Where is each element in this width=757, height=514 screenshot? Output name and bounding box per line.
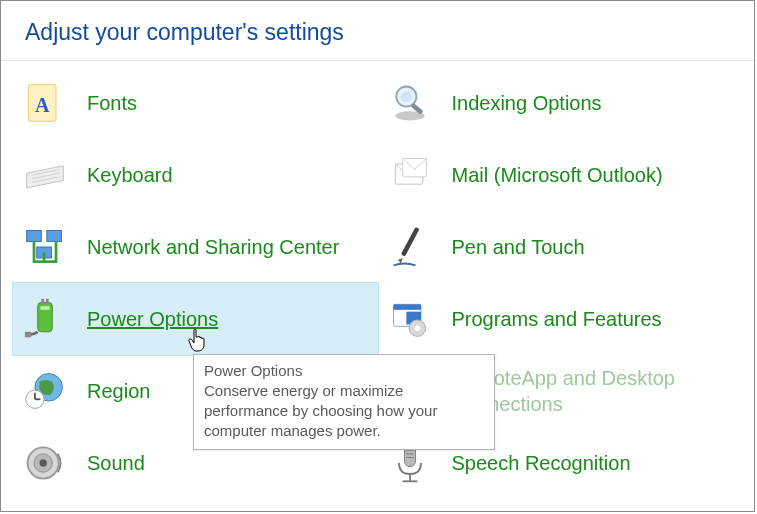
svg-text:A: A <box>35 94 50 116</box>
item-power-options[interactable]: Power Options <box>13 283 378 355</box>
keyboard-icon <box>21 151 69 199</box>
svg-point-4 <box>400 91 411 102</box>
tooltip-title: Power Options <box>204 361 484 381</box>
item-label: Fonts <box>87 90 137 116</box>
item-keyboard[interactable]: Keyboard <box>13 139 378 211</box>
item-label: Programs and Features <box>452 306 662 332</box>
item-network-sharing-center[interactable]: Network and Sharing Center <box>13 211 378 283</box>
item-label: Region <box>87 378 150 404</box>
item-label: Indexing Options <box>452 90 602 116</box>
item-label: Network and Sharing Center <box>87 234 339 260</box>
programs-icon <box>386 295 434 343</box>
network-icon <box>21 223 69 271</box>
svg-rect-13 <box>47 231 62 242</box>
item-label: Power Options <box>87 306 218 332</box>
item-label: Mail (Microsoft Outlook) <box>452 162 663 188</box>
item-programs-and-features[interactable]: Programs and Features <box>378 283 743 355</box>
fonts-icon: A <box>21 79 69 127</box>
svg-rect-20 <box>40 306 49 310</box>
item-indexing-options[interactable]: Indexing Options <box>378 67 743 139</box>
power-icon <box>21 295 69 343</box>
tooltip-power-options: Power Options Conserve energy or maximiz… <box>193 354 495 450</box>
svg-rect-23 <box>393 304 421 310</box>
svg-rect-12 <box>27 231 42 242</box>
item-fonts[interactable]: A Fonts <box>13 67 378 139</box>
sound-icon <box>21 439 69 487</box>
item-label: Keyboard <box>87 162 173 188</box>
region-icon <box>21 367 69 415</box>
svg-point-37 <box>40 459 47 466</box>
pen-icon <box>386 223 434 271</box>
tooltip-body: Conserve energy or maximize performance … <box>204 381 484 441</box>
svg-marker-16 <box>398 258 403 264</box>
mail-icon <box>386 151 434 199</box>
indexing-icon <box>386 79 434 127</box>
page-title: Adjust your computer's settings <box>1 1 754 61</box>
svg-rect-21 <box>25 332 31 338</box>
control-panel-window: { "header": { "title": "Adjust your comp… <box>0 0 755 512</box>
item-pen-and-touch[interactable]: Pen and Touch <box>378 211 743 283</box>
item-label: Sound <box>87 450 145 476</box>
svg-point-26 <box>414 325 420 331</box>
svg-rect-19 <box>46 299 49 305</box>
svg-rect-18 <box>41 299 44 305</box>
item-label: Speech Recognition <box>452 450 631 476</box>
item-label: Pen and Touch <box>452 234 585 260</box>
svg-rect-15 <box>400 227 419 257</box>
item-mail[interactable]: Mail (Microsoft Outlook) <box>378 139 743 211</box>
